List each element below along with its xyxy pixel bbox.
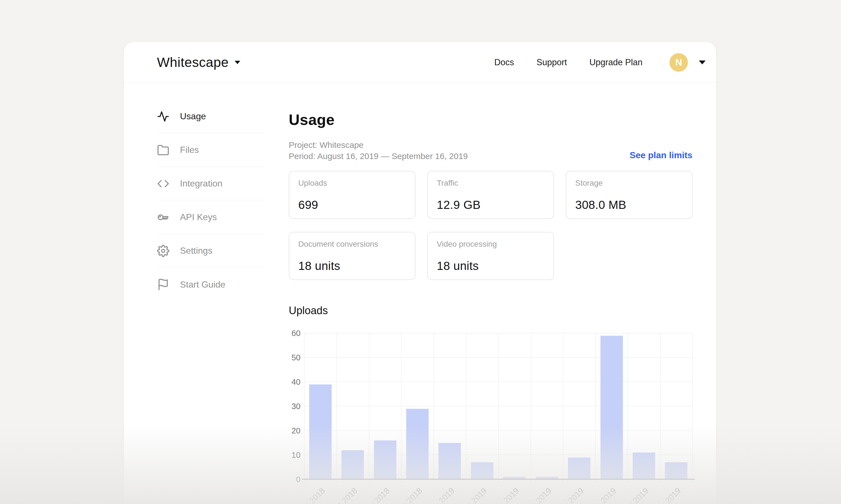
project-switcher[interactable]: Whitescape — [157, 55, 241, 70]
y-tick-label: 30 — [289, 402, 301, 411]
stat-value: 18 units — [437, 259, 545, 273]
sidebar-item-label: Start Guide — [180, 280, 225, 290]
bar-16-dec-2018 — [406, 409, 429, 479]
axis-tick — [434, 479, 434, 483]
sidebar-item-label: Settings — [180, 246, 212, 256]
chart-slot: 16 Oct 2018 — [337, 333, 368, 479]
stat-card-video-processing: Video processing 18 units — [427, 232, 554, 280]
usage-stats-grid: Uploads 699 Traffic 12.9 GB Storage 308.… — [289, 171, 692, 280]
y-tick-label: 20 — [289, 427, 301, 435]
chart-slot: 16 Sep 2018 — [304, 333, 337, 479]
bar-16-jul-2019 — [633, 452, 655, 479]
x-tick-label: 16 Sep 2018 — [288, 486, 327, 504]
sidebar-item-label: Integration — [180, 178, 222, 189]
key-icon — [157, 211, 169, 223]
bar-16-jun-2019 — [600, 336, 623, 479]
app-header: Whitescape Docs Support Upgrade Plan N — [124, 42, 716, 83]
axis-tick — [692, 479, 693, 483]
sidebar-item-label: API Keys — [180, 212, 217, 222]
y-tick-label: 10 — [289, 451, 301, 459]
sidebar-item-start-guide[interactable]: Start Guide — [157, 268, 265, 301]
axis-tick — [628, 479, 628, 483]
account-menu[interactable]: N — [669, 53, 706, 72]
bar-16-sep-2018 — [309, 384, 332, 479]
y-tick-label: 60 — [289, 329, 301, 337]
bar-16-oct-2018 — [341, 450, 364, 479]
chart-slot: 16 May 2019 — [563, 333, 595, 479]
stat-value: 308.0 MB — [575, 198, 683, 212]
app-logo: Whitescape — [157, 55, 229, 70]
see-plan-limits-link[interactable]: See plan limits — [630, 150, 692, 160]
axis-tick — [531, 479, 531, 483]
activity-icon — [157, 110, 169, 123]
x-tick-label: 16 Dec 2018 — [385, 486, 424, 504]
y-tick-label: 50 — [289, 353, 301, 362]
axis-tick — [401, 479, 401, 483]
nav-support[interactable]: Support — [536, 57, 567, 68]
stat-label: Uploads — [298, 179, 406, 187]
x-tick-label: 16 Oct 2018 — [321, 486, 359, 504]
chart-bars: 16 Sep 201816 Oct 201816 Nov 201816 Dec … — [304, 333, 692, 479]
x-tick-label: 16 Nov 2018 — [353, 486, 392, 504]
chart-plot: 16 Sep 201816 Oct 201816 Nov 201816 Dec … — [304, 333, 692, 479]
axis-tick — [304, 479, 305, 483]
chevron-down-icon — [234, 60, 241, 65]
sidebar-item-usage[interactable]: Usage — [157, 100, 265, 133]
sidebar-item-integration[interactable]: Integration — [157, 167, 265, 200]
x-tick-label: 16 Mar 2019 — [482, 486, 521, 504]
sidebar-item-label: Files — [180, 145, 199, 155]
main-content: Usage Project: Whitescape Period: August… — [289, 100, 692, 504]
stat-card-document-conversions: Document conversions 18 units — [289, 232, 415, 280]
chart-slot: 16 Jan 2019 — [434, 333, 466, 479]
stat-card-storage: Storage 308.0 MB — [566, 171, 692, 219]
axis-tick — [660, 479, 660, 483]
x-tick-label: 16 Feb 2019 — [450, 486, 488, 504]
folder-icon — [157, 144, 169, 156]
page-title: Usage — [289, 112, 692, 127]
x-tick-label: 16 Jul 2019 — [614, 486, 650, 504]
stat-value: 12.9 GB — [437, 198, 545, 212]
axis-tick — [369, 479, 369, 483]
stat-card-uploads: Uploads 699 — [289, 171, 415, 219]
uploads-chart: 16 Sep 201816 Oct 201816 Nov 201816 Dec … — [289, 333, 692, 479]
gear-icon — [157, 245, 169, 257]
project-line: Project: Whitescape — [289, 140, 692, 151]
chart-title: Uploads — [289, 304, 692, 317]
x-tick-label: 16 Jun 2019 — [580, 486, 618, 504]
x-tick-label: 16 May 2019 — [546, 486, 586, 504]
avatar[interactable]: N — [669, 53, 688, 72]
y-tick-label: 40 — [289, 378, 301, 386]
bar-16-feb-2019 — [471, 462, 493, 479]
nav-docs[interactable]: Docs — [494, 57, 514, 68]
x-axis-line — [302, 479, 695, 480]
sidebar-item-label: Usage — [180, 111, 206, 122]
chart-slot: 16 Dec 2018 — [401, 333, 433, 479]
chart-slot: 16 Aug 2019 — [660, 333, 692, 479]
stat-label: Traffic — [437, 179, 545, 187]
x-tick-label: 16 Apr 2019 — [516, 486, 553, 504]
chart-slot: 16 Nov 2018 — [369, 333, 401, 479]
chart-slot: 16 Jul 2019 — [628, 333, 660, 479]
app-card: Whitescape Docs Support Upgrade Plan N U… — [124, 42, 716, 504]
x-tick-label: 16 Jan 2019 — [418, 486, 456, 504]
bar-16-nov-2018 — [374, 440, 396, 479]
stat-card-traffic: Traffic 12.9 GB — [427, 171, 554, 219]
stat-value: 18 units — [298, 259, 406, 273]
sidebar-item-api-keys[interactable]: API Keys — [157, 200, 265, 234]
sidebar-item-files[interactable]: Files — [157, 133, 265, 167]
axis-tick — [563, 479, 563, 483]
nav-upgrade-plan[interactable]: Upgrade Plan — [589, 57, 642, 68]
stat-label: Document conversions — [298, 240, 406, 249]
bar-16-may-2019 — [568, 457, 590, 479]
code-icon — [157, 178, 169, 190]
sidebar-item-settings[interactable]: Settings — [157, 234, 265, 268]
x-tick-label: 16 Aug 2019 — [644, 486, 683, 504]
flag-icon — [157, 278, 169, 291]
stat-value: 699 — [298, 198, 406, 212]
chevron-down-icon — [699, 60, 706, 65]
axis-tick — [498, 479, 499, 483]
bar-16-jan-2019 — [439, 443, 461, 480]
stat-label: Video processing — [437, 240, 545, 249]
stat-label: Storage — [575, 179, 683, 187]
bar-16-aug-2019 — [665, 462, 687, 479]
